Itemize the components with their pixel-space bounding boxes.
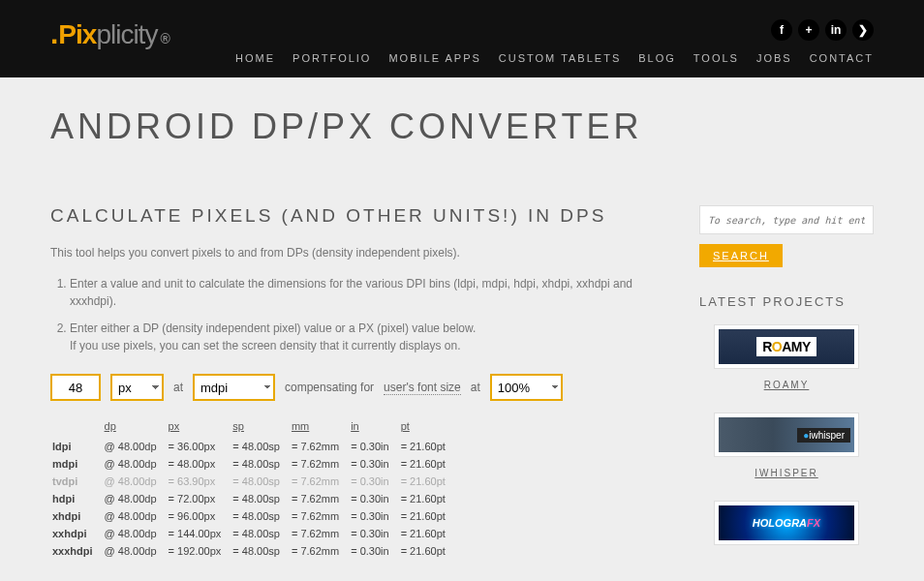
table-row: xxhdpi@ 48.00dp= 144.00px= 48.00sp= 7.62… [50,525,455,542]
row-label: xhdpi [50,507,103,525]
cell-dp: @ 48.00dp [103,455,167,473]
cell-in: = 0.30in [349,438,398,455]
nav-custom-tablets[interactable]: CUSTOM TABLETS [499,52,621,64]
col-mm: mm [290,418,349,438]
cell-dp: @ 48.00dp [103,490,167,507]
cell-px: = 96.00px [167,507,231,525]
cell-dp: @ 48.00dp [103,507,167,525]
cell-dp: @ 48.00dp [103,525,167,542]
cell-sp: = 48.00sp [231,507,290,525]
sidebar: SEARCH LATEST PROJECTS ROAMY ROAMY ●iwhi… [699,205,874,581]
table-row: hdpi@ 48.00dp= 72.00px= 48.00sp= 7.62mm=… [50,490,455,507]
table-row: xxxhdpi@ 48.00dp= 192.00px= 48.00sp= 7.6… [50,542,455,560]
project-link-roamy[interactable]: ROAMY [764,380,810,390]
cell-dp: @ 48.00dp [103,473,167,490]
search-button[interactable]: SEARCH [699,244,783,267]
nav-jobs[interactable]: JOBS [756,52,792,64]
nav-mobile-apps[interactable]: MOBILE APPS [388,52,480,64]
facebook-icon[interactable]: f [771,19,792,41]
cell-sp: = 48.00sp [231,473,290,490]
logo-dot-icon: . [50,17,57,50]
table-row: ldpi@ 48.00dp= 36.00px= 48.00sp= 7.62mm=… [50,438,455,455]
linkedin-icon[interactable]: in [825,19,847,41]
row-label: hdpi [50,490,103,507]
cell-mm: = 7.62mm [290,473,349,490]
cell-mm: = 7.62mm [290,542,349,560]
at-label-2: at [471,381,480,394]
row-label: tvdpi [50,473,103,490]
col-pt: pt [399,418,455,438]
cell-in: = 0.30in [349,507,398,525]
cell-in: = 0.30in [349,542,398,560]
col-dp: dp [103,418,167,438]
main-content: CALCULATE PIXELS (AND OTHER UNITS!) IN D… [50,205,670,581]
cell-mm: = 7.62mm [290,455,349,473]
cell-px: = 192.00px [167,542,231,560]
percent-select[interactable]: 100% [490,374,563,401]
cell-sp: = 48.00sp [231,542,290,560]
cell-px: = 48.00px [167,455,231,473]
cell-pt: = 21.60pt [399,490,455,507]
nav-tools[interactable]: TOOLS [693,52,739,64]
instruction-step: Enter either a DP (density independent p… [70,320,670,354]
cell-pt: = 21.60pt [399,438,455,455]
cell-in: = 0.30in [349,525,398,542]
plus-icon[interactable]: + [798,19,819,41]
unit-select[interactable]: px [110,374,164,401]
project-thumb-iwhisper[interactable]: ●iwhisper [714,413,859,457]
col-px: px [167,418,231,438]
nav-home[interactable]: HOME [235,52,275,64]
project-thumb-roamy[interactable]: ROAMY [714,324,859,369]
col-sp: sp [231,418,290,438]
cell-mm: = 7.62mm [290,438,349,455]
project-item: HOLOGRAFX [699,501,874,545]
converter-inputs: px at mdpi compensating for user's font … [50,374,670,401]
logo[interactable]: . Pix plicity ® [50,17,169,50]
cell-mm: = 7.62mm [290,525,349,542]
cell-sp: = 48.00sp [231,438,290,455]
cell-dp: @ 48.00dp [103,438,167,455]
value-input[interactable] [50,374,101,401]
row-label: xxhdpi [50,525,103,542]
nav-contact[interactable]: CONTACT [810,52,874,64]
nav-blog[interactable]: BLOG [638,52,676,64]
row-label: xxxhdpi [50,542,103,560]
cell-pt: = 21.60pt [399,507,455,525]
search-input[interactable] [699,205,874,234]
cell-px: = 144.00px [167,525,231,542]
table-row: xhdpi@ 48.00dp= 96.00px= 48.00sp= 7.62mm… [50,507,455,525]
cell-px: = 63.90px [167,473,231,490]
social-icons: f + in ❯ [771,19,874,41]
cell-sp: = 48.00sp [231,525,290,542]
cell-in: = 0.30in [349,473,398,490]
cell-px: = 72.00px [167,490,231,507]
cell-sp: = 48.00sp [231,490,290,507]
nav-portfolio[interactable]: PORTFOLIO [293,52,371,64]
project-thumb-holografx[interactable]: HOLOGRAFX [714,501,859,545]
density-select[interactable]: mdpi [193,374,275,401]
cell-pt: = 21.60pt [399,542,455,560]
table-row: mdpi@ 48.00dp= 48.00px= 48.00sp= 7.62mm=… [50,455,455,473]
project-link-iwhisper[interactable]: IWHISPER [755,468,817,478]
cell-dp: @ 48.00dp [103,542,167,560]
top-bar: . Pix plicity ® f + in ❯ HOME PORTFOLIO … [0,0,924,77]
twitter-icon[interactable]: ❯ [852,19,874,41]
logo-text-pix: Pix [58,19,96,50]
cell-in: = 0.30in [349,490,398,507]
cell-pt: = 21.60pt [399,473,455,490]
project-item: ROAMY ROAMY [699,324,874,391]
logo-registered-icon: ® [160,31,169,46]
cell-pt: = 21.60pt [399,525,455,542]
cell-pt: = 21.60pt [399,455,455,473]
row-label: mdpi [50,455,103,473]
logo-text-plicity: plicity [96,19,157,50]
cell-px: = 36.00px [167,438,231,455]
instructions-list: Enter a value and unit to calculate the … [70,275,670,354]
compensating-label: compensating for [285,381,374,394]
intro-text: This tool helps you convert pixels to an… [50,246,670,260]
section-title: CALCULATE PIXELS (AND OTHER UNITS!) IN D… [50,205,670,227]
font-size-link[interactable]: user's font size [384,381,461,395]
project-item: ●iwhisper IWHISPER [699,413,874,479]
at-label: at [173,381,183,394]
cell-mm: = 7.62mm [290,490,349,507]
